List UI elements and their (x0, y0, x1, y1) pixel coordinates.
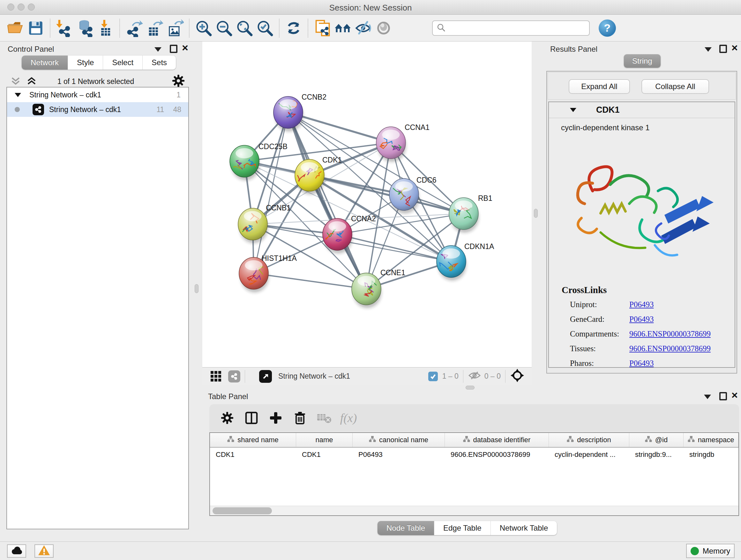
network-node-HIST1H1A[interactable] (239, 257, 269, 293)
column-header-description[interactable]: description (549, 433, 629, 447)
network-node-RB1[interactable] (449, 198, 479, 233)
crosslink-value-link[interactable]: P06493 (629, 315, 654, 324)
column-header-database-identifier[interactable]: database identifier (445, 433, 549, 447)
expand-all-button[interactable]: Expand All (569, 79, 630, 94)
network-edge-HIST1H1A-CCNE1[interactable] (254, 273, 366, 289)
cloud-button[interactable] (7, 544, 26, 558)
tab-string[interactable]: String (624, 54, 661, 68)
panel-float-icon[interactable] (719, 392, 727, 400)
show-all-icon[interactable] (374, 18, 394, 38)
node-selection-mode-icon[interactable] (510, 368, 525, 385)
export-table-icon[interactable] (144, 18, 165, 38)
selected-nodes-checkbox[interactable] (428, 372, 438, 381)
memory-button[interactable]: Memory (686, 544, 735, 558)
help-button[interactable]: ? (599, 19, 616, 37)
gene-section-header[interactable]: CDK1 (549, 102, 735, 118)
crosslink-value-link[interactable]: 9606.ENSP00000378699 (629, 344, 711, 353)
crosslink-value-link[interactable]: 9606.ENSP00000378699 (629, 329, 711, 338)
column-header-shared-name[interactable]: shared name (210, 433, 296, 447)
import-database-icon[interactable] (75, 18, 95, 38)
panel-menu-icon[interactable] (704, 395, 711, 399)
table-settings-gear-icon[interactable] (215, 408, 239, 428)
zoom-selected-icon[interactable] (255, 18, 275, 38)
panel-close-icon[interactable]: × (182, 44, 188, 52)
node-label-CCNA1: CCNA1 (405, 123, 429, 132)
refresh-view-icon[interactable] (283, 18, 304, 38)
show-columns-icon[interactable] (239, 408, 264, 428)
table-cell[interactable]: CDK1 (296, 450, 353, 459)
delete-column-icon[interactable] (288, 408, 312, 428)
column-header-namespace[interactable]: namespace (684, 433, 738, 447)
panel-float-icon[interactable] (170, 45, 178, 53)
network-edge-CCNA2-CDKN1A[interactable] (337, 234, 451, 261)
network-edge-CDK1-RB1[interactable] (310, 175, 464, 213)
table-horizontal-scrollbar[interactable] (210, 506, 738, 515)
scrollbar-thumb[interactable] (212, 507, 272, 514)
string-view-icon[interactable] (228, 370, 240, 382)
crosslink-value-link[interactable]: P06493 (629, 300, 654, 309)
panel-menu-icon[interactable] (154, 47, 161, 52)
network-edge-CCNB2-CCNE1[interactable] (288, 112, 366, 289)
tab-sets[interactable]: Sets (143, 56, 176, 70)
table-cell[interactable]: P06493 (353, 450, 445, 459)
left-splitter-handle[interactable] (195, 284, 199, 293)
open-session-icon[interactable] (5, 18, 25, 38)
tab-edge-table[interactable]: Edge Table (434, 521, 491, 535)
network-node-CCNB1[interactable] (236, 208, 268, 243)
column-header-canonical-name[interactable]: canonical name (353, 433, 445, 447)
table-cell[interactable]: stringdb:9... (629, 450, 684, 459)
panel-close-icon[interactable]: × (731, 391, 738, 399)
network-node-CCNB2[interactable] (273, 97, 303, 132)
network-node-CDC25B[interactable] (230, 145, 259, 180)
export-network-icon[interactable] (124, 18, 144, 38)
import-table-icon[interactable] (95, 18, 116, 38)
network-node-CCNA1[interactable] (376, 127, 406, 162)
save-session-icon[interactable] (25, 18, 46, 38)
table-row[interactable]: CDK1CDK1P064939606.ENSP00000378699cyclin… (210, 448, 738, 462)
network-collection-row[interactable]: String Network – cdk1 1 (7, 87, 188, 102)
search-input[interactable] (449, 23, 586, 33)
column-header--id[interactable]: @id (629, 433, 684, 447)
zoom-in-icon[interactable] (193, 18, 214, 38)
export-image-icon[interactable] (165, 18, 185, 38)
collapse-all-button[interactable]: Collapse All (642, 79, 709, 94)
home-icon[interactable] (333, 18, 353, 38)
function-builder-icon[interactable]: f(x) (336, 408, 360, 428)
zoom-fit-icon[interactable] (234, 18, 255, 38)
tab-network[interactable]: Network (22, 56, 68, 70)
hide-selected-icon[interactable] (353, 18, 374, 38)
tab-style[interactable]: Style (68, 56, 103, 70)
table-cell[interactable]: cyclin-dependent ... (549, 450, 629, 459)
add-column-icon[interactable] (264, 408, 288, 428)
tab-select[interactable]: Select (103, 56, 143, 70)
network-node-CCNE1[interactable] (352, 273, 381, 308)
network-row[interactable]: String Network – cdk1 11 48 (7, 102, 188, 117)
collection-expand-icon[interactable] (15, 93, 21, 97)
panel-close-icon[interactable]: × (731, 44, 738, 52)
network-canvas[interactable]: CCNB2CCNA1CDC25BCDK1CDC6RB1CCNB1CCNA2CDK… (202, 42, 532, 367)
gene-collapse-icon[interactable] (570, 108, 576, 112)
import-network-icon[interactable] (54, 18, 75, 38)
network-edge-CCNB2-CCNA1[interactable] (288, 112, 391, 143)
delete-table-icon[interactable] (312, 408, 336, 428)
tab-network-table[interactable]: Network Table (491, 521, 557, 535)
right-splitter-handle[interactable] (534, 209, 538, 218)
warning-button[interactable] (35, 544, 54, 558)
network-node-CDKN1A[interactable] (436, 246, 466, 281)
bottom-splitter-handle[interactable] (466, 386, 475, 389)
hidden-eye-icon[interactable] (468, 371, 481, 382)
panel-float-icon[interactable] (719, 45, 727, 53)
panel-menu-icon[interactable] (704, 47, 712, 52)
table-cell[interactable]: CDK1 (210, 450, 296, 459)
table-cell[interactable]: stringdb (684, 450, 738, 459)
network-node-CDK1[interactable] (295, 159, 326, 194)
column-header-name[interactable]: name (296, 433, 353, 447)
annotation-icon[interactable] (312, 18, 333, 38)
birds-eye-view-icon[interactable] (259, 370, 272, 383)
zoom-out-icon[interactable] (214, 18, 234, 38)
crosslink-value-link[interactable]: P06493 (629, 359, 654, 368)
tab-node-table[interactable]: Node Table (378, 521, 434, 535)
table-cell[interactable]: 9606.ENSP00000378699 (445, 450, 549, 459)
network-edge-CCNB2-HIST1H1A[interactable] (254, 112, 288, 273)
grid-view-icon[interactable] (211, 371, 221, 381)
